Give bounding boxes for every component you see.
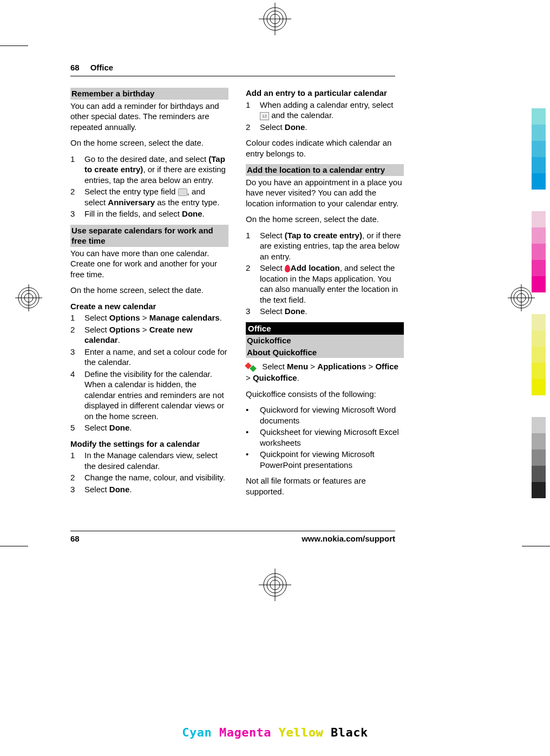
step-item: 1Select Options > Manage calendars. [70, 312, 228, 323]
header-rule [70, 76, 395, 76]
paragraph: On the home screen, select the date. [246, 214, 404, 225]
section-title-separate-calendars: Use separate calendars for work and free… [70, 225, 228, 247]
step-item: 2Select Options > Create new calendar. [70, 324, 228, 346]
subtitle-add-entry-calendar: Add an entry to a particular calendar [246, 88, 404, 99]
paragraph: Select Menu > Applications > Office > Qu… [246, 361, 404, 383]
page-header: 68 Office [70, 63, 460, 72]
cyan-label: Cyan [182, 726, 212, 739]
paragraph: You can have more than one calendar. Cre… [70, 248, 228, 280]
steps-list: 1Select (Tap to create entry), or if the… [246, 230, 404, 317]
yellow-label: Yellow [279, 726, 323, 739]
footer-rule [70, 531, 395, 531]
page-footer: 68 www.nokia.com/support [70, 534, 395, 543]
cmyk-label: Cyan Magenta Yellow Black [182, 726, 368, 739]
step-item: 3Enter a name, and set a colour code for… [70, 347, 228, 368]
list-item: •Quickword for viewing Microsoft Word do… [246, 405, 404, 426]
steps-list: 1When adding a calendar entry, select 12… [246, 100, 404, 133]
crop-mark [522, 546, 550, 546]
paragraph: On the home screen, select the date. [70, 138, 228, 148]
quickoffice-icon [246, 362, 258, 373]
step-item: 1When adding a calendar entry, select 12… [246, 100, 404, 121]
step-item: 4Define the visibility for the calendar.… [70, 369, 228, 422]
footer-url: www.nokia.com/support [302, 534, 395, 543]
step-item: 3Select Done. [70, 484, 228, 495]
list-item: •Quicksheet for viewing Microsoft Excel … [246, 427, 404, 448]
registration-mark-top [259, 3, 291, 37]
paragraph: Quickoffice consists of the following: [246, 389, 404, 400]
step-item: 2Change the name, colour, and visibility… [70, 472, 228, 483]
section-heading-office: Office [246, 322, 404, 335]
crop-mark [0, 45, 28, 46]
step-item: 3Select Done. [246, 306, 404, 317]
crop-mark [0, 546, 28, 546]
section-title-quickoffice: Quickoffice [246, 335, 404, 347]
step-item: 3Fill in the fields, and select Done. [70, 208, 228, 219]
paragraph: Not all file formats or features are sup… [246, 475, 404, 497]
paragraph: On the home screen, select the date. [70, 285, 228, 296]
steps-list: 1Go to the desired date, and select (Tap… [70, 154, 228, 219]
color-bars [532, 108, 546, 498]
footer-page-number: 68 [70, 534, 80, 543]
calendar-12-icon: 12 [260, 112, 269, 120]
header-page-number: 68 [70, 63, 80, 72]
bullet-list: •Quickword for viewing Microsoft Word do… [246, 405, 404, 470]
step-item: 1Select (Tap to create entry), or if the… [246, 230, 404, 262]
list-item: •Quickpoint for viewing Microsoft PowerP… [246, 449, 404, 470]
entry-type-icon [178, 188, 187, 196]
steps-list: 1In the Manage calendars view, select th… [70, 450, 228, 494]
magenta-label: Magenta [219, 726, 271, 739]
step-item: 1In the Manage calendars view, select th… [70, 450, 228, 471]
paragraph: Colour codes indicate which calendar an … [246, 138, 404, 159]
section-title-remember-birthday: Remember a birthday [70, 88, 228, 100]
step-item: 5Select Done. [70, 422, 228, 433]
subtitle-modify-calendar: Modify the settings for a calendar [70, 439, 228, 449]
content-area: Remember a birthday You can add a remind… [70, 88, 404, 526]
registration-mark-right [508, 284, 535, 314]
step-item: 2Select the entry type field , and selec… [70, 186, 228, 207]
paragraph: You can add a reminder for birthdays and… [70, 101, 228, 133]
black-label: Black [331, 726, 368, 739]
subtitle-create-calendar: Create a new calendar [70, 301, 228, 312]
section-title-add-location: Add the location to a calendar entry [246, 164, 404, 176]
step-item: 1Go to the desired date, and select (Tap… [70, 154, 228, 186]
registration-mark-left [15, 284, 42, 314]
location-pin-icon [285, 265, 290, 272]
paragraph: Do you have an appointment in a place yo… [246, 177, 404, 209]
step-item: 2Select Done. [246, 122, 404, 133]
registration-mark-bottom [259, 569, 291, 603]
step-item: 2Select Add location, and select the loc… [246, 263, 404, 305]
section-title-about-quickoffice: About Quickoffice [246, 347, 404, 359]
steps-list: 1Select Options > Manage calendars. 2Sel… [70, 312, 228, 433]
header-section: Office [90, 63, 114, 72]
